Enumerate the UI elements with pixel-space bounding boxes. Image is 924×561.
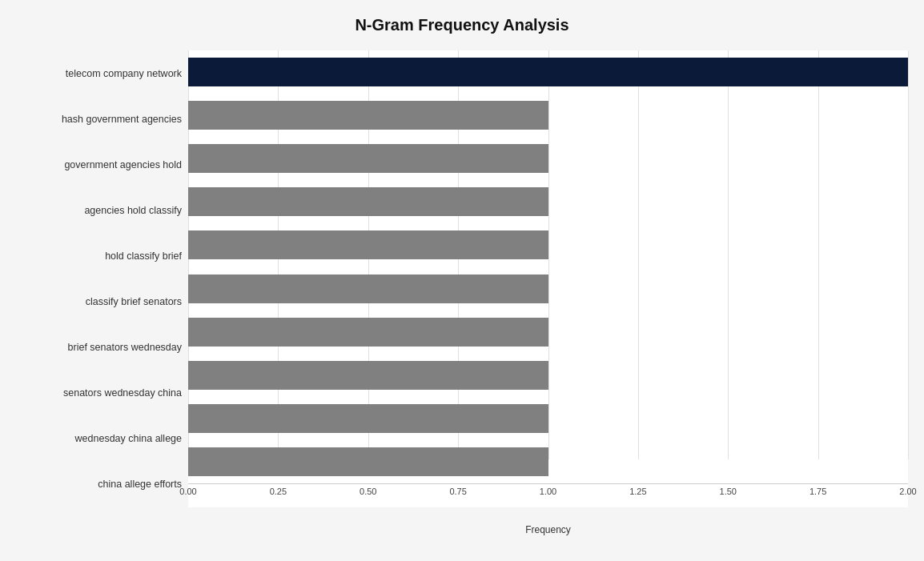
- y-label: hash government agencies: [62, 98, 182, 140]
- bar-row: [188, 97, 908, 134]
- y-label: wednesday china allege: [75, 418, 182, 459]
- y-label: senators wednesday china: [63, 372, 182, 414]
- bar-row: [188, 443, 908, 480]
- y-label: telecom company network: [66, 53, 182, 94]
- x-tick: 1.75: [810, 487, 826, 496]
- bar-row: [188, 400, 908, 437]
- bar-row: [188, 54, 908, 90]
- x-tick: 1.00: [540, 487, 556, 496]
- bar-row: [188, 270, 908, 307]
- bar-row: [188, 140, 908, 177]
- x-axis: Frequency 0.000.250.500.751.001.251.501.…: [188, 483, 908, 507]
- bar: [188, 58, 908, 86]
- x-tick: 1.25: [629, 487, 646, 496]
- chart-area: telecom company networkhash government a…: [16, 50, 908, 507]
- chart-title: N-Gram Frequency Analysis: [16, 16, 908, 34]
- bar: [188, 361, 548, 390]
- grid-line: [908, 50, 909, 459]
- x-tick: 1.50: [720, 487, 737, 496]
- x-axis-label: Frequency: [525, 524, 571, 535]
- x-tick: 0.25: [270, 487, 287, 496]
- y-label: hold classify brief: [105, 235, 182, 277]
- y-axis-labels: telecom company networkhash government a…: [16, 50, 188, 507]
- bar: [188, 274, 548, 303]
- x-tick: 0.50: [360, 487, 376, 496]
- bars-wrapper: [188, 50, 908, 483]
- bar-row: [188, 314, 908, 351]
- bar: [188, 230, 548, 259]
- bar: [188, 144, 548, 173]
- x-tick: 0.75: [449, 487, 466, 496]
- bar-row: [188, 226, 908, 263]
- bar: [188, 404, 548, 433]
- bar: [188, 101, 548, 130]
- x-tick: 2.00: [899, 487, 916, 496]
- y-label: brief senators wednesday: [68, 327, 182, 368]
- bar-row: [188, 183, 908, 220]
- bar-row: [188, 357, 908, 394]
- x-axis-border: [188, 483, 908, 484]
- bar: [188, 318, 548, 347]
- x-tick: 0.00: [179, 487, 196, 496]
- bar: [188, 187, 548, 216]
- y-label: classify brief senators: [86, 281, 182, 323]
- y-label: government agencies hold: [64, 144, 182, 186]
- chart-container: N-Gram Frequency Analysis telecom compan…: [0, 0, 924, 561]
- bar: [188, 447, 548, 476]
- y-label: agencies hold classify: [84, 190, 182, 231]
- y-label: china allege efforts: [98, 463, 182, 505]
- bars-section: Frequency 0.000.250.500.751.001.251.501.…: [188, 50, 908, 507]
